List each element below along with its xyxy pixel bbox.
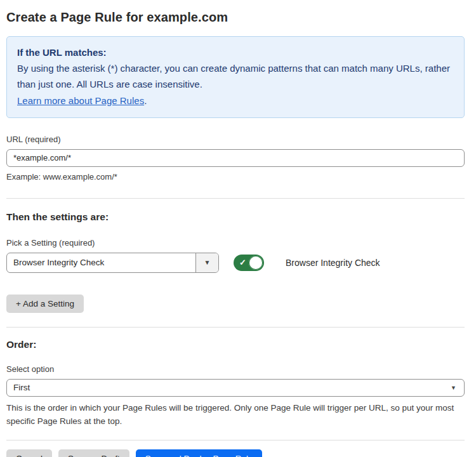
settings-section-heading: Then the settings are: — [6, 211, 465, 223]
divider — [6, 327, 465, 328]
toggle-wrap: ✓ Browser Integrity Check — [234, 255, 380, 271]
cancel-button[interactable]: Cancel — [6, 449, 52, 457]
info-box-link-line: Learn more about Page Rules. — [17, 93, 454, 109]
page-title: Create a Page Rule for example.com — [6, 10, 465, 25]
chevron-down-icon: ▼ — [451, 385, 456, 391]
info-box-body: By using the asterisk (*) character, you… — [17, 60, 454, 92]
url-input[interactable] — [6, 149, 465, 167]
setting-row: Browser Integrity Check ▼ ✓ Browser Inte… — [6, 253, 465, 273]
setting-picker-label: Pick a Setting (required) — [6, 238, 465, 248]
setting-select-value: Browser Integrity Check — [7, 253, 195, 272]
url-match-info-box: If the URL matches: By using the asteris… — [6, 36, 465, 118]
toggle-label: Browser Integrity Check — [286, 258, 380, 268]
order-select[interactable]: First ▼ — [6, 379, 465, 397]
order-help-text: This is the order in which your Page Rul… — [6, 402, 465, 428]
order-select-value: First — [13, 383, 30, 392]
footer-actions: Cancel Save as Draft Save and Deploy Pag… — [6, 449, 465, 457]
page-rule-form: Create a Page Rule for example.com If th… — [0, 0, 476, 457]
url-field-label: URL (required) — [6, 135, 465, 144]
url-example-text: Example: www.example.com/* — [6, 172, 465, 182]
divider — [6, 440, 465, 440]
setting-select-arrow-button[interactable]: ▼ — [195, 253, 218, 272]
divider — [6, 198, 465, 199]
toggle-knob — [249, 256, 263, 270]
browser-integrity-toggle[interactable]: ✓ — [234, 255, 264, 271]
learn-more-link[interactable]: Learn more about Page Rules — [17, 95, 144, 106]
order-section-heading: Order: — [6, 339, 465, 350]
setting-select[interactable]: Browser Integrity Check ▼ — [6, 253, 219, 273]
order-select-label: Select option — [6, 364, 465, 374]
check-icon: ✓ — [239, 258, 246, 267]
add-setting-button[interactable]: + Add a Setting — [6, 295, 84, 313]
save-and-deploy-button[interactable]: Save and Deploy Page Rule — [136, 449, 263, 457]
save-as-draft-button[interactable]: Save as Draft — [58, 449, 129, 457]
link-suffix: . — [144, 95, 147, 106]
chevron-down-icon: ▼ — [204, 259, 211, 266]
info-box-heading: If the URL matches: — [17, 44, 454, 60]
